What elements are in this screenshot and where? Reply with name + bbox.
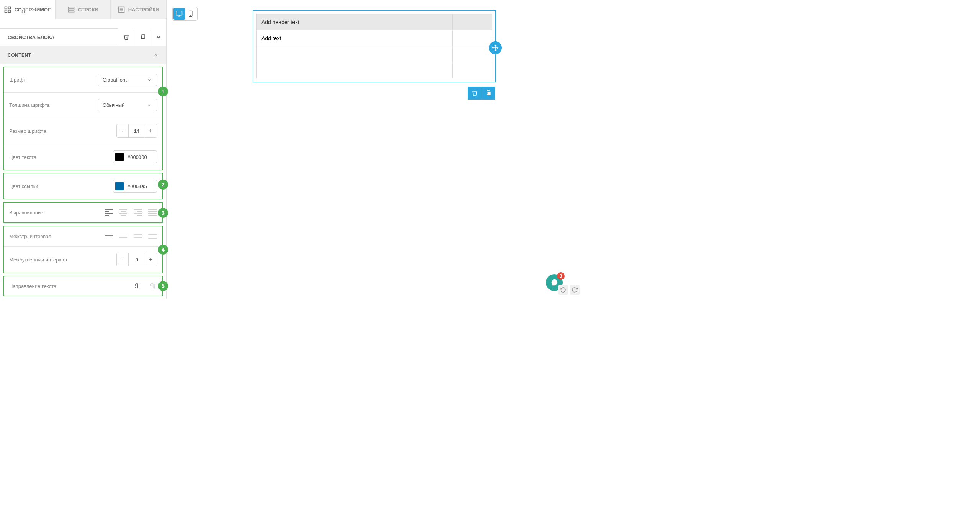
svg-rect-0: [5, 7, 7, 9]
duplicate-block-button[interactable]: [134, 28, 150, 46]
block-properties-header: СВОЙСТВА БЛОКА: [0, 28, 166, 46]
prop-group-align: 3 Выравнивание: [3, 202, 163, 223]
prop-label: Направление текста: [9, 283, 56, 289]
lh-normal-button[interactable]: [119, 232, 128, 240]
mobile-view-button[interactable]: [185, 8, 196, 20]
prop-align: Выравнивание: [4, 203, 162, 222]
delete-block-button[interactable]: [118, 28, 134, 46]
table-cell[interactable]: [452, 62, 492, 78]
align-center-button[interactable]: [119, 209, 128, 216]
svg-rect-12: [142, 35, 145, 38]
stepper-plus[interactable]: +: [145, 124, 157, 137]
redo-button[interactable]: [570, 285, 580, 295]
prop-direction: Направление текста: [4, 276, 162, 296]
link-color-picker[interactable]: #0068a5: [113, 180, 157, 193]
lh-xloose-button[interactable]: [148, 232, 157, 240]
table-cell[interactable]: [257, 62, 453, 78]
move-handle[interactable]: [489, 41, 502, 54]
font-select[interactable]: Global font: [98, 74, 157, 86]
section-content-header[interactable]: CONTENT: [0, 46, 166, 64]
stepper-plus[interactable]: +: [145, 253, 157, 266]
table-header-cell[interactable]: [452, 14, 492, 30]
align-justify-button[interactable]: [148, 209, 157, 216]
annotation-badge-2: 2: [158, 180, 168, 190]
copy-selected-button[interactable]: [482, 87, 495, 100]
chevron-down-icon: [147, 103, 152, 108]
annotation-badge-1: 1: [158, 87, 168, 96]
tab-label: СОДЕРЖИМОЕ: [15, 7, 51, 13]
tab-rows[interactable]: СТРОКИ: [56, 0, 111, 19]
table-cell[interactable]: Add text: [257, 30, 453, 46]
prop-label: Цвет ссылки: [9, 183, 38, 189]
device-toggle: [172, 7, 198, 21]
annotation-badge-4: 4: [158, 245, 168, 255]
lh-loose-button[interactable]: [133, 232, 142, 240]
undo-button[interactable]: [558, 285, 568, 295]
copy-icon: [486, 90, 492, 96]
tab-settings[interactable]: НАСТРОЙКИ: [111, 0, 166, 19]
content-icon: [4, 6, 11, 13]
chevron-up-icon: [153, 52, 158, 58]
svg-rect-5: [69, 9, 74, 10]
direction-buttons: [133, 283, 157, 289]
color-swatch: [115, 182, 124, 190]
pilcrow-rtl-icon: [133, 283, 142, 289]
svg-rect-20: [487, 92, 490, 95]
desktop-view-button[interactable]: [173, 8, 185, 20]
select-value: Global font: [103, 77, 127, 83]
section-title: CONTENT: [8, 52, 31, 58]
table-header-cell[interactable]: Add header text: [257, 14, 453, 30]
rows-icon: [67, 6, 75, 13]
email-block-selected[interactable]: Add header text Add text: [253, 10, 496, 82]
collapse-block-button[interactable]: [150, 28, 166, 46]
size-stepper: - 14 +: [116, 124, 157, 138]
align-left-button[interactable]: [104, 209, 113, 216]
stepper-value: 0: [128, 253, 145, 266]
prop-group-spacing: 4 Межстр. интервал Межбуквенный интервал…: [3, 226, 163, 273]
prop-line-height: Межстр. интервал: [4, 226, 162, 247]
trash-icon: [472, 90, 478, 96]
table-cell[interactable]: [257, 46, 453, 62]
main-tabs: СОДЕРЖИМОЕ СТРОКИ НАСТРОЙКИ: [0, 0, 166, 19]
svg-rect-6: [69, 11, 74, 12]
letter-spacing-stepper: - 0 +: [116, 253, 157, 266]
table-cell[interactable]: [452, 30, 492, 46]
line-height-buttons: [104, 232, 157, 240]
mobile-icon: [187, 10, 194, 17]
content-table: Add header text Add text: [256, 14, 492, 78]
prop-group-link-color: 2 Цвет ссылки #0068a5: [3, 173, 163, 199]
weight-select[interactable]: Обычный: [98, 99, 157, 111]
svg-rect-13: [176, 11, 182, 15]
direction-rtl-button[interactable]: [133, 283, 142, 289]
redo-icon: [572, 287, 578, 293]
block-header-actions: [118, 28, 166, 46]
block-header-title: СВОЙСТВА БЛОКА: [8, 34, 54, 40]
chat-badge: 3: [557, 272, 565, 280]
color-value: #000000: [127, 154, 147, 160]
prop-label: Цвет текста: [9, 154, 36, 160]
tab-label: СТРОКИ: [78, 7, 98, 13]
select-value: Обычный: [103, 102, 124, 108]
align-right-button[interactable]: [133, 209, 142, 216]
delete-selected-button[interactable]: [468, 87, 482, 100]
tab-content[interactable]: СОДЕРЖИМОЕ: [0, 0, 56, 19]
sidebar: СОДЕРЖИМОЕ СТРОКИ НАСТРОЙКИ СВОЙСТВА БЛО…: [0, 0, 167, 299]
stepper-minus[interactable]: -: [117, 124, 128, 137]
desktop-icon: [176, 10, 183, 17]
direction-ltr-button[interactable]: [149, 283, 157, 289]
prop-label: Шрифт: [9, 77, 26, 83]
prop-group-font: 1 Шрифт Global font Толщина шрифта Обычн…: [3, 67, 163, 170]
pilcrow-ltr-icon: [149, 283, 157, 289]
prop-letter-spacing: Межбуквенный интервал - 0 +: [4, 247, 162, 273]
chat-icon: [550, 278, 559, 287]
color-swatch: [115, 153, 124, 161]
text-color-picker[interactable]: #000000: [113, 150, 157, 163]
table-cell[interactable]: [452, 46, 492, 62]
svg-rect-2: [5, 10, 7, 13]
svg-rect-3: [8, 10, 10, 13]
prop-label: Межстр. интервал: [9, 234, 51, 239]
annotation-badge-5: 5: [158, 281, 168, 291]
stepper-minus[interactable]: -: [117, 253, 128, 266]
prop-label: Толщина шрифта: [9, 102, 50, 108]
lh-tight-button[interactable]: [104, 232, 113, 240]
